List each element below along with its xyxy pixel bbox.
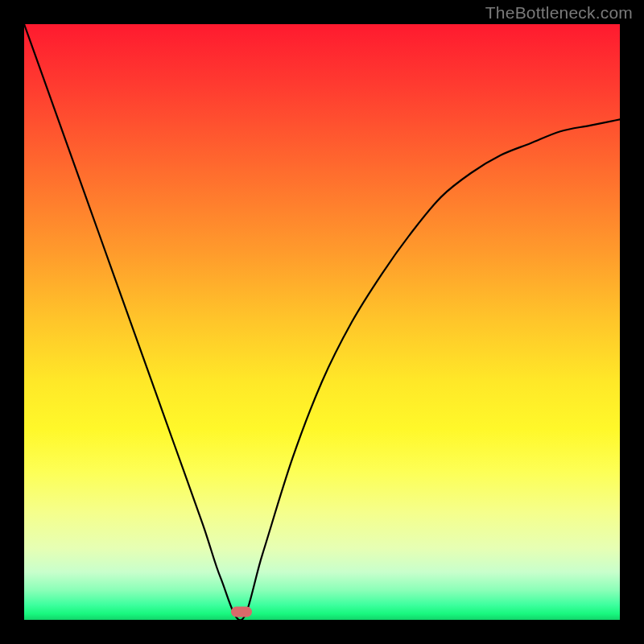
chart-frame: TheBottleneck.com: [0, 0, 644, 644]
watermark-text: TheBottleneck.com: [485, 3, 633, 23]
bottleneck-curve: [24, 24, 620, 620]
curve-layer: [24, 24, 620, 620]
optimal-point-marker: [231, 606, 252, 617]
plot-area: [24, 24, 620, 620]
